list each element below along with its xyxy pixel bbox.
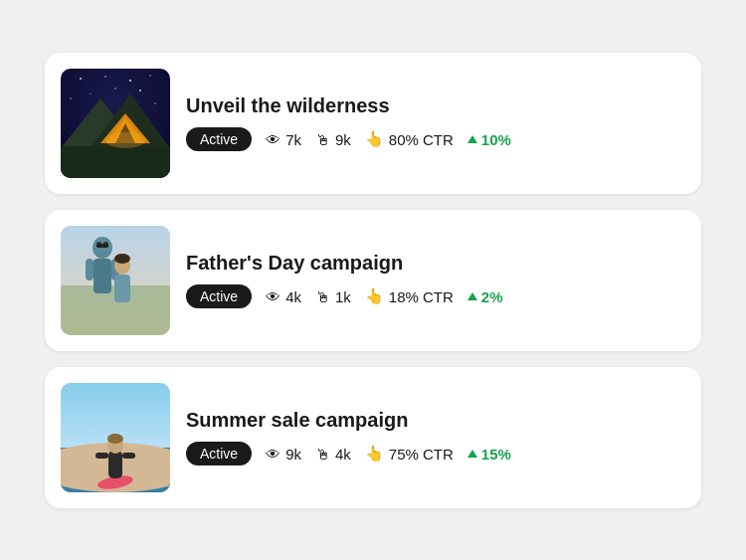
svg-rect-37: [122, 453, 135, 459]
clicks-stat-3: 🖱 4k: [315, 446, 351, 463]
status-badge-1: Active: [186, 127, 252, 151]
growth-stat-1: 10%: [467, 131, 511, 148]
touch-icon-2: 👆: [365, 287, 384, 305]
arrow-up-icon-1: [467, 135, 477, 143]
svg-point-1: [80, 78, 82, 80]
svg-rect-21: [96, 242, 101, 248]
campaign-image-2: [61, 226, 170, 335]
cursor-icon-3: 🖱: [315, 446, 330, 463]
svg-point-2: [104, 76, 106, 78]
growth-stat-2: 2%: [467, 288, 503, 305]
svg-rect-27: [114, 275, 130, 302]
clicks-stat-1: 🖱 9k: [315, 131, 351, 148]
svg-point-16: [105, 132, 145, 148]
svg-point-7: [139, 90, 141, 92]
views-stat-1: 👁 7k: [266, 131, 301, 148]
clicks-stat-2: 🖱 1k: [315, 288, 351, 305]
svg-point-35: [107, 434, 123, 444]
svg-point-6: [90, 93, 91, 93]
svg-point-5: [114, 88, 115, 89]
campaign-title-2: Father's Day campaign: [186, 252, 685, 275]
svg-point-4: [149, 75, 151, 77]
ctr-stat-3: 👆 75% CTR: [365, 445, 454, 463]
growth-stat-3: 15%: [467, 446, 511, 463]
campaign-title-1: Unveil the wilderness: [186, 94, 685, 117]
eye-icon-1: 👁: [266, 131, 280, 148]
campaign-title-3: Summer sale campaign: [186, 409, 685, 432]
cursor-icon-1: 🖱: [315, 131, 330, 148]
cursor-icon-2: 🖱: [315, 288, 330, 305]
svg-rect-33: [108, 451, 122, 478]
ctr-stat-2: 👆 18% CTR: [365, 287, 454, 305]
campaign-card-3: Summer sale campaign Active 👁 9k 🖱 4k 👆 …: [45, 367, 701, 508]
views-stat-3: 👁 9k: [266, 446, 301, 463]
arrow-up-icon-2: [467, 292, 477, 300]
svg-rect-24: [86, 259, 93, 280]
views-stat-2: 👁 4k: [266, 288, 301, 305]
arrow-up-icon-3: [467, 450, 477, 458]
svg-rect-36: [95, 453, 108, 459]
campaign-content-2: Father's Day campaign Active 👁 4k 🖱 1k 👆…: [186, 252, 685, 308]
campaign-card-2: Father's Day campaign Active 👁 4k 🖱 1k 👆…: [45, 210, 701, 351]
campaign-content-3: Summer sale campaign Active 👁 9k 🖱 4k 👆 …: [186, 409, 685, 466]
campaign-stats-3: Active 👁 9k 🖱 4k 👆 75% CTR 15%: [186, 442, 685, 466]
campaign-image-3: [61, 383, 170, 492]
svg-point-3: [129, 80, 131, 82]
status-badge-3: Active: [186, 442, 252, 466]
campaign-card-1: Unveil the wilderness Active 👁 7k 🖱 9k 👆…: [45, 53, 701, 194]
eye-icon-2: 👁: [266, 288, 280, 305]
ctr-stat-1: 👆 80% CTR: [365, 130, 454, 148]
svg-rect-12: [61, 146, 170, 178]
campaign-content-1: Unveil the wilderness Active 👁 7k 🖱 9k 👆…: [186, 94, 685, 151]
touch-icon-3: 👆: [365, 445, 384, 463]
eye-icon-3: 👁: [266, 446, 280, 463]
svg-point-8: [70, 97, 72, 99]
status-badge-2: Active: [186, 284, 252, 308]
campaign-stats-2: Active 👁 4k 🖱 1k 👆 18% CTR 2%: [186, 284, 685, 308]
svg-point-28: [114, 254, 130, 264]
svg-rect-23: [93, 259, 111, 293]
touch-icon-1: 👆: [365, 130, 384, 148]
svg-point-9: [154, 102, 155, 103]
campaign-stats-1: Active 👁 7k 🖱 9k 👆 80% CTR 10%: [186, 127, 685, 151]
svg-rect-22: [103, 242, 108, 248]
campaign-image-1: [61, 69, 170, 178]
